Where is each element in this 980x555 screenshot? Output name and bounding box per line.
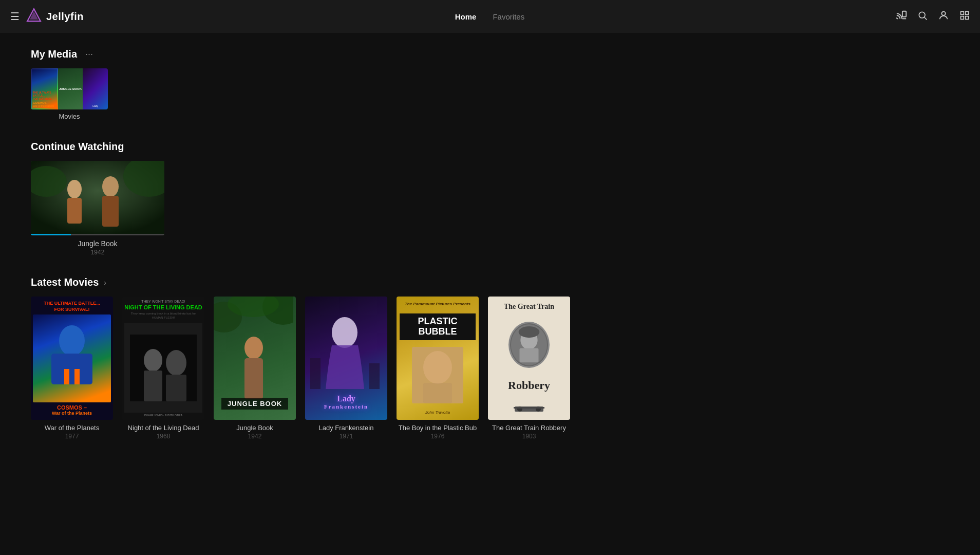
movie-card-jungle-book[interactable]: JUNGLE BOOK Jungle Book 1942: [214, 297, 296, 440]
war-year: 1977: [65, 433, 79, 440]
user-icon[interactable]: [938, 10, 949, 24]
svg-rect-33: [244, 358, 263, 399]
svg-point-35: [332, 317, 357, 348]
svg-point-41: [429, 362, 434, 367]
lady-art: Lady: [83, 68, 108, 109]
svg-point-18: [59, 325, 85, 356]
svg-point-46: [519, 326, 540, 338]
svg-rect-2: [902, 11, 906, 16]
svg-point-42: [442, 362, 446, 367]
great-train-year: 1903: [522, 433, 536, 440]
continue-watching-header: Continue Watching: [31, 141, 949, 153]
movie-card-war-of-planets[interactable]: THE ULTIMATE BATTLE...FOR SURVIVAL! COSM…: [31, 297, 113, 440]
jungle-poster: JUNGLE BOOK: [214, 297, 296, 420]
continue-thumb-art: [31, 161, 164, 235]
svg-rect-8: [961, 16, 964, 19]
svg-point-12: [67, 180, 82, 198]
svg-point-32: [244, 337, 263, 359]
app-name: Jellyfin: [46, 11, 84, 23]
night-year: 1968: [157, 433, 171, 440]
grid-icon[interactable]: [959, 10, 970, 23]
latest-movies-more-button[interactable]: ›: [104, 279, 106, 287]
movie-card-lady-frankenstein[interactable]: Lady Frankenstein Lady Frankenstein 1971: [305, 297, 387, 440]
lady-poster: Lady Frankenstein: [305, 297, 387, 420]
continue-item-jungle-book[interactable]: Jungle Book 1942: [31, 161, 164, 256]
jellyfin-logo-icon: [26, 7, 42, 26]
hamburger-menu-icon[interactable]: ☰: [10, 10, 20, 23]
my-media-grid: THE ULTIMATE BATTLE... FOR SURVIVAL! COS…: [31, 68, 949, 120]
svg-rect-36: [310, 358, 321, 389]
svg-point-24: [144, 349, 162, 372]
movie-card-great-train-robbery[interactable]: The Great Train Robbery: [488, 297, 570, 440]
night-poster: THEY WON'T STAY DEAD! NIGHT OF THE LIVIN…: [122, 297, 204, 420]
latest-movies-section: Latest Movies › THE ULTIMATE BATTLE...FO…: [31, 276, 949, 440]
logo-area[interactable]: Jellyfin: [26, 7, 84, 26]
lady-year: 1971: [340, 433, 353, 440]
svg-rect-40: [423, 383, 452, 403]
my-media-more-button[interactable]: ···: [85, 49, 93, 60]
movie-card-plastic-bubble[interactable]: The Paramount Pictures Presents PLASTICB…: [397, 297, 479, 440]
svg-rect-23: [130, 335, 197, 401]
movies-folder-art: THE ULTIMATE BATTLE... FOR SURVIVAL! COS…: [31, 68, 108, 109]
jungle-title: Jungle Book: [236, 424, 273, 432]
cast-icon[interactable]: [896, 10, 907, 24]
main-nav: Home Favorites: [84, 10, 896, 23]
my-media-header: My Media ···: [31, 48, 949, 60]
header-left: ☰ Jellyfin: [10, 7, 84, 26]
svg-rect-45: [520, 348, 539, 363]
cosmos-art: THE ULTIMATE BATTLE... FOR SURVIVAL! COS…: [31, 68, 58, 109]
header-actions: [896, 10, 970, 24]
continue-watching-section: Continue Watching: [31, 141, 949, 256]
great-train-poster: The Great Train Robbery: [488, 297, 570, 420]
latest-movies-title: Latest Movies: [31, 276, 99, 288]
great-train-title: The Great Train Robbery: [492, 424, 566, 432]
continue-thumb: [31, 161, 164, 235]
svg-rect-9: [966, 16, 969, 19]
app-header: ☰ Jellyfin Home Favorites: [0, 0, 980, 33]
continue-item-year: 1942: [91, 249, 105, 256]
lady-title: Lady Frankenstein: [319, 424, 374, 432]
svg-rect-27: [166, 375, 186, 401]
svg-rect-7: [966, 11, 969, 14]
svg-rect-37: [369, 363, 380, 389]
my-media-title: My Media: [31, 48, 77, 60]
plastic-year: 1976: [431, 433, 445, 440]
svg-rect-6: [961, 11, 964, 14]
svg-rect-21: [64, 369, 69, 384]
continue-item-title: Jungle Book: [78, 239, 117, 248]
plastic-poster: The Paramount Pictures Presents PLASTICB…: [397, 297, 479, 420]
main-content: My Media ··· THE ULTIMATE BATTLE... FOR …: [0, 33, 980, 476]
search-icon[interactable]: [917, 10, 928, 23]
svg-rect-22: [74, 369, 80, 384]
my-media-section: My Media ··· THE ULTIMATE BATTLE... FOR …: [31, 48, 949, 120]
svg-rect-13: [67, 198, 82, 224]
movies-folder[interactable]: THE ULTIMATE BATTLE... FOR SURVIVAL! COS…: [31, 68, 108, 120]
movies-folder-label: Movies: [59, 113, 80, 120]
jungle-art: JUNGLE BOOK: [58, 68, 83, 109]
war-poster: THE ULTIMATE BATTLE...FOR SURVIVAL! COSM…: [31, 297, 113, 420]
movie-card-night-living-dead[interactable]: THEY WON'T STAY DEAD! NIGHT OF THE LIVIN…: [122, 297, 204, 440]
latest-movies-header: Latest Movies ›: [31, 276, 949, 288]
svg-rect-50: [514, 407, 544, 409]
svg-point-3: [919, 12, 925, 18]
svg-point-26: [166, 350, 186, 376]
svg-rect-15: [102, 196, 119, 227]
war-title: War of the Planets: [45, 424, 99, 432]
jungle-year: 1942: [248, 433, 262, 440]
svg-point-39: [423, 351, 452, 384]
nav-favorites[interactable]: Favorites: [493, 10, 524, 23]
svg-point-14: [102, 176, 119, 197]
continue-watching-title: Continue Watching: [31, 141, 124, 153]
progress-fill: [31, 234, 71, 235]
nav-home[interactable]: Home: [455, 10, 477, 23]
plastic-title: The Boy in the Plastic Bub: [399, 424, 477, 432]
latest-movies-row: THE ULTIMATE BATTLE...FOR SURVIVAL! COSM…: [31, 297, 949, 440]
svg-rect-19: [51, 354, 92, 384]
svg-point-5: [941, 11, 945, 15]
svg-line-4: [925, 17, 927, 20]
progress-bar: [31, 234, 164, 235]
night-title: Night of the Living Dead: [128, 424, 199, 432]
svg-rect-25: [144, 371, 162, 401]
